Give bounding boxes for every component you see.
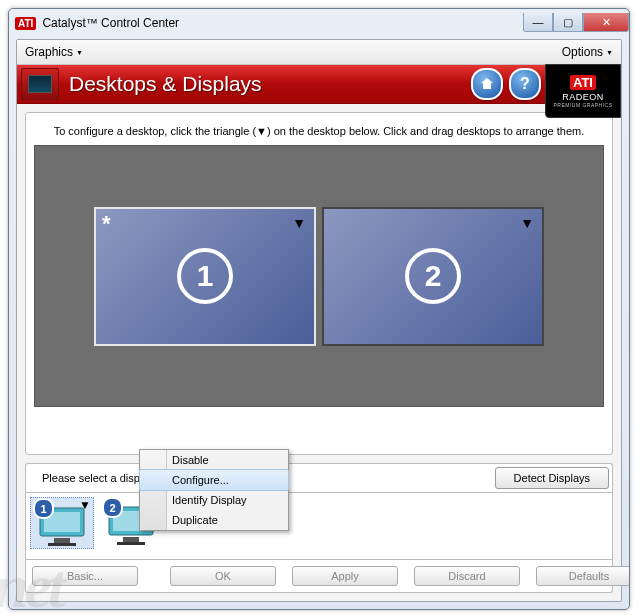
chevron-down-icon: ▼ xyxy=(606,49,613,56)
desktop-menu-icon[interactable]: ▼ xyxy=(520,215,534,231)
primary-star-icon: * xyxy=(102,211,111,237)
chevron-down-icon: ▼ xyxy=(76,49,83,56)
options-menu-label: Options xyxy=(562,45,603,59)
apply-button[interactable]: Apply xyxy=(292,566,398,586)
instruction-text: To configure a desktop, click the triang… xyxy=(34,121,604,145)
radeon-text: RADEON xyxy=(562,92,604,102)
svg-rect-3 xyxy=(48,543,76,546)
menu-disable[interactable]: Disable xyxy=(140,450,288,470)
close-button[interactable]: ✕ xyxy=(583,13,629,32)
graphics-menu[interactable]: Graphics ▼ xyxy=(17,42,91,62)
maximize-button[interactable]: ▢ xyxy=(553,13,583,32)
desktop-number: 1 xyxy=(177,248,233,304)
options-menu[interactable]: Options ▼ xyxy=(554,42,621,62)
desktop-tile-2[interactable]: ▼ 2 xyxy=(322,207,544,346)
home-button[interactable] xyxy=(471,68,503,100)
desktop-arrangement-area[interactable]: * ▼ 1 ▼ 2 xyxy=(34,145,604,407)
section-banner: Desktops & Displays ? xyxy=(17,65,547,104)
display-thumbnails: ▼ 1 ▼ 2 xyxy=(25,492,613,560)
thumb-menu-icon[interactable]: ▼ xyxy=(79,498,91,512)
desktop-number: 2 xyxy=(405,248,461,304)
svg-rect-2 xyxy=(54,538,70,543)
detect-displays-button[interactable]: Detect Displays xyxy=(495,467,609,489)
help-icon: ? xyxy=(520,75,530,93)
window-title: Catalyst™ Control Center xyxy=(42,16,523,30)
discard-button[interactable]: Discard xyxy=(414,566,520,586)
section-title: Desktops & Displays xyxy=(69,72,471,96)
desktop-menu-icon[interactable]: ▼ xyxy=(292,215,306,231)
svg-rect-7 xyxy=(117,542,145,545)
home-icon xyxy=(479,76,495,92)
desktops-panel: To configure a desktop, click the triang… xyxy=(25,112,613,455)
monitor-icon xyxy=(21,68,59,100)
titlebar[interactable]: ATI Catalyst™ Control Center — ▢ ✕ xyxy=(9,9,629,37)
ati-brand-text: ATI xyxy=(570,75,596,90)
help-button[interactable]: ? xyxy=(509,68,541,100)
graphics-menu-label: Graphics xyxy=(25,45,73,59)
menubar: Graphics ▼ Options ▼ xyxy=(17,40,621,65)
menu-identify[interactable]: Identify Display xyxy=(140,490,288,510)
thumb-badge: 1 xyxy=(33,498,54,519)
display-select-row: Please select a display. Detect Displays xyxy=(25,463,613,492)
ok-button[interactable]: OK xyxy=(170,566,276,586)
desktop-tile-1[interactable]: * ▼ 1 xyxy=(94,207,316,346)
menu-duplicate[interactable]: Duplicate xyxy=(140,510,288,530)
svg-rect-6 xyxy=(123,537,139,542)
display-thumb-1[interactable]: ▼ 1 xyxy=(30,497,94,549)
titlebar-ati-badge: ATI xyxy=(15,17,36,30)
minimize-button[interactable]: — xyxy=(523,13,553,32)
thumb-badge: 2 xyxy=(102,497,123,518)
ati-logo: ATI RADEON PREMIUM GRAPHICS xyxy=(545,64,621,118)
defaults-button[interactable]: Defaults xyxy=(536,566,630,586)
basic-button[interactable]: Basic... xyxy=(32,566,138,586)
context-menu: Disable Configure... Identify Display Du… xyxy=(139,449,289,531)
radeon-subtitle: PREMIUM GRAPHICS xyxy=(553,102,612,108)
menu-configure[interactable]: Configure... xyxy=(139,469,289,491)
dialog-buttons: Basic... OK Apply Discard Defaults xyxy=(25,560,613,593)
